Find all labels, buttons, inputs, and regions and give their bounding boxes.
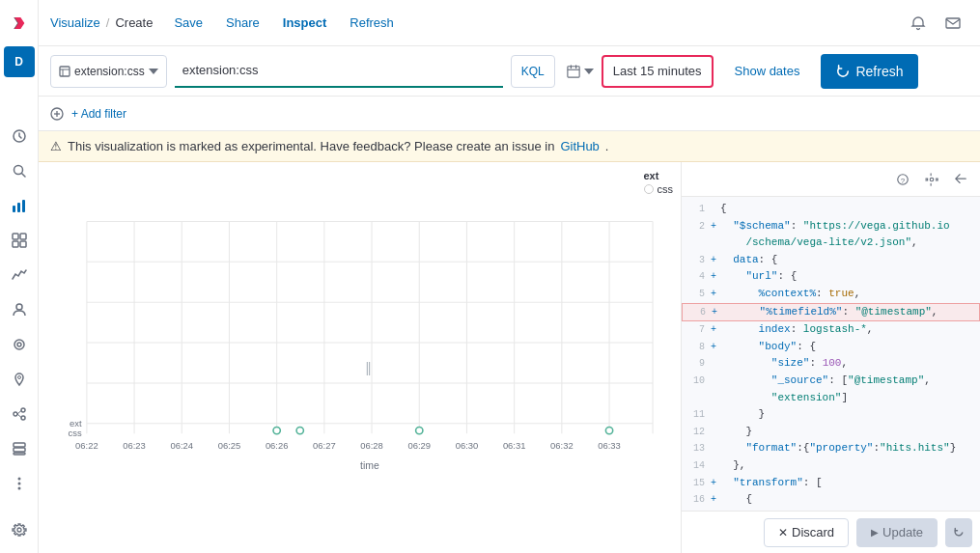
svg-text:06:28: 06:28 xyxy=(360,440,383,451)
save-button[interactable]: Save xyxy=(164,12,212,34)
expand-icon-button[interactable] xyxy=(949,168,972,191)
chart-panel: ext css ext css xyxy=(39,162,681,553)
filter-bar: + Add filter xyxy=(39,97,980,131)
code-line-1: 1 { xyxy=(682,201,980,218)
help-icon-button[interactable]: ? xyxy=(891,168,914,191)
refresh-icon xyxy=(836,65,850,78)
inspect-button[interactable]: Inspect xyxy=(273,12,337,34)
refresh-button[interactable]: Refresh xyxy=(821,54,918,89)
x-icon: ✕ xyxy=(778,526,788,539)
time-range-picker[interactable]: Last 15 minutes xyxy=(602,55,714,88)
sidebar: D xyxy=(0,0,39,553)
app-logo[interactable] xyxy=(4,8,35,39)
code-line-11: 11 } xyxy=(682,406,980,424)
update-refresh-icon xyxy=(953,527,965,539)
svg-point-22 xyxy=(17,478,20,481)
svg-line-18 xyxy=(17,414,21,418)
sidebar-item-canvas[interactable] xyxy=(4,329,35,360)
warning-banner: ⚠ This visualization is marked as experi… xyxy=(39,131,980,162)
code-line-7: 7 + index: logstash-*, xyxy=(682,321,980,339)
discard-label: Discard xyxy=(792,525,834,539)
svg-text:06:33: 06:33 xyxy=(598,440,621,451)
toolbar: extension:css KQL Last 15 minutes Show d… xyxy=(39,46,980,97)
svg-point-14 xyxy=(14,412,17,416)
svg-text:06:31: 06:31 xyxy=(503,440,526,451)
chart-svg: ext css xyxy=(46,189,673,516)
add-filter-button[interactable]: + Add filter xyxy=(71,107,126,121)
filter-options-icon xyxy=(50,107,64,121)
breadcrumb-parent[interactable]: Visualize xyxy=(50,15,100,30)
sidebar-item-dashboard[interactable] xyxy=(4,225,35,256)
svg-text:06:26: 06:26 xyxy=(266,440,289,451)
sidebar-item-user[interactable] xyxy=(4,294,35,325)
refresh-button-label: Refresh xyxy=(855,64,903,79)
svg-text:06:24: 06:24 xyxy=(170,440,193,451)
svg-point-57 xyxy=(273,427,280,433)
topbar-refresh-button[interactable]: Refresh xyxy=(340,12,404,34)
code-editor-body[interactable]: 1 { 2 + "$schema": "https://vega.github.… xyxy=(682,197,980,511)
mail-icon[interactable] xyxy=(938,8,968,39)
code-toolbar: ? xyxy=(682,162,980,197)
update-label: Update xyxy=(882,525,923,539)
svg-point-13 xyxy=(17,376,20,379)
sidebar-item-clock[interactable] xyxy=(4,121,35,152)
settings-icon-button[interactable] xyxy=(920,168,943,191)
share-button[interactable]: Share xyxy=(216,12,269,34)
sidebar-item-timelion[interactable] xyxy=(4,260,35,290)
notification-bell-icon[interactable] xyxy=(903,8,934,39)
svg-rect-6 xyxy=(13,234,18,239)
sidebar-item-infrastructure[interactable] xyxy=(4,433,35,464)
code-line-15: 15 + "transform": [ xyxy=(682,475,980,492)
sidebar-item-discover[interactable] xyxy=(4,155,35,186)
code-panel: ? 1 { 2 + "$schema xyxy=(681,162,980,553)
svg-rect-25 xyxy=(946,18,960,28)
play-icon: ▶ xyxy=(871,527,879,538)
calendar-picker[interactable] xyxy=(567,65,594,78)
svg-text:06:30: 06:30 xyxy=(456,440,479,451)
svg-point-15 xyxy=(21,408,25,412)
svg-point-58 xyxy=(296,427,303,433)
kql-button[interactable]: KQL xyxy=(511,55,555,88)
code-line-3: 3 + data: { xyxy=(682,252,980,269)
sidebar-item-settings[interactable] xyxy=(4,514,35,545)
svg-point-12 xyxy=(17,343,21,346)
sidebar-user-avatar[interactable]: D xyxy=(4,46,35,77)
show-dates-button[interactable]: Show dates xyxy=(721,55,814,88)
svg-text:06:25: 06:25 xyxy=(218,440,241,451)
svg-text:06:23: 06:23 xyxy=(123,440,146,451)
sidebar-item-ml[interactable] xyxy=(4,399,35,429)
svg-point-16 xyxy=(21,416,25,420)
discard-button[interactable]: ✕ Discard xyxy=(764,518,849,547)
github-link[interactable]: GitHub xyxy=(560,139,599,153)
add-filter-label: + Add filter xyxy=(71,107,126,121)
svg-text:06:27: 06:27 xyxy=(313,440,336,451)
svg-rect-20 xyxy=(14,448,25,452)
svg-text:css: css xyxy=(69,428,82,438)
legend-title: ext xyxy=(644,170,674,181)
sidebar-item-more[interactable] xyxy=(4,468,35,499)
content-area: ext css ext css xyxy=(39,162,980,553)
svg-rect-29 xyxy=(568,66,579,76)
query-input[interactable] xyxy=(175,55,503,88)
code-line-10: 10 "_source": ["@timestamp", xyxy=(682,373,980,390)
svg-point-10 xyxy=(16,304,22,310)
svg-text:06:22: 06:22 xyxy=(75,440,98,451)
chart-area: ext css xyxy=(46,189,673,545)
breadcrumb: Visualize / Create xyxy=(50,15,153,30)
index-pattern-selector[interactable]: extension:css xyxy=(50,55,167,88)
svg-point-59 xyxy=(416,427,423,433)
update-refresh-button[interactable] xyxy=(945,518,972,547)
svg-rect-5 xyxy=(22,200,25,212)
panel-resize-handle[interactable]: ‖ xyxy=(362,356,374,379)
code-line-6: 6 + "%timefield%": "@timestamp", xyxy=(682,303,980,322)
warning-suffix: . xyxy=(605,139,609,153)
kibana-logo-icon xyxy=(12,15,27,31)
code-line-2b: /schema/vega-lite/v2.json", xyxy=(682,235,980,252)
svg-rect-26 xyxy=(60,67,70,76)
code-line-14: 14 }, xyxy=(682,457,980,475)
sidebar-item-visualize[interactable] xyxy=(4,190,35,221)
svg-text:time: time xyxy=(360,460,379,471)
update-button[interactable]: ▶ Update xyxy=(856,518,938,547)
svg-rect-19 xyxy=(14,443,25,447)
sidebar-item-maps[interactable] xyxy=(4,364,35,395)
